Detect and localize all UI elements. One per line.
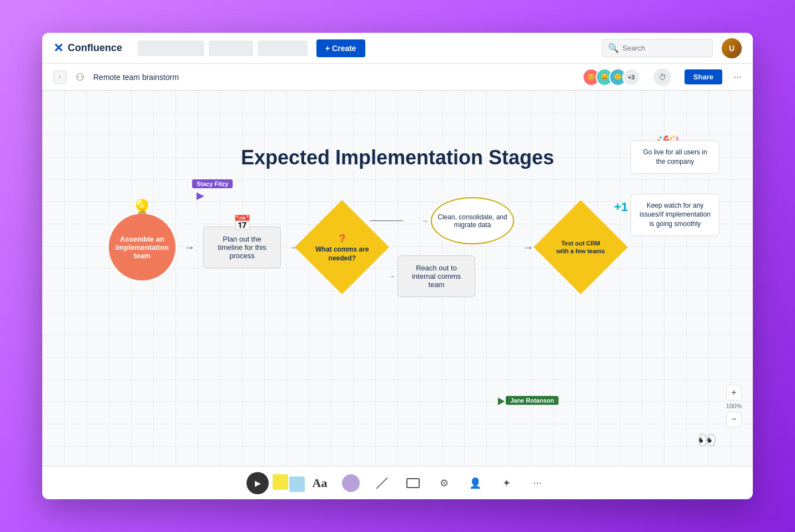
frame-button[interactable] <box>402 472 424 494</box>
collab-count[interactable]: +3 <box>622 68 640 86</box>
sticky-notes-icon <box>273 474 305 492</box>
watch-note: Keep watch for any issues/if implementat… <box>631 194 719 236</box>
assemble-text: Assemble an implementation team <box>115 235 169 260</box>
line-button[interactable] <box>371 472 393 494</box>
nav-pills <box>138 41 308 56</box>
diagram-button[interactable]: ⚙ <box>433 472 455 494</box>
logo: ✕ Confluence <box>53 41 122 56</box>
upper-fork: → Clean, consolidate, and migrate data <box>370 197 514 244</box>
plan-node-wrapper: 📅 Plan out the timeline for this process <box>203 227 281 268</box>
text-button[interactable]: Aa <box>309 472 331 494</box>
assemble-node: Assemble an implementation team <box>109 214 175 280</box>
nav-pill-3[interactable] <box>258 41 308 56</box>
bottom-toolbar: ▶ Aa ⚙ 👤 ✦ ··· <box>42 466 753 499</box>
diagram-icon: ⚙ <box>440 477 449 489</box>
test-diamond-text: Test out CRM with a few teams <box>556 239 606 255</box>
browser-window: ✕ Confluence + Create 🔍 U ‹ ⚇ Remote tea… <box>42 33 753 499</box>
play-icon: ▶ <box>255 479 261 488</box>
fork-arrow-down: → <box>370 273 398 280</box>
canvas-area[interactable]: Expected Implementation Stages Stacy Fit… <box>42 91 753 466</box>
secondary-nav: ‹ ⚇ Remote team brainstorm 😊 😄 🙂 +3 ⏱ Sh… <box>42 64 753 91</box>
collapse-button[interactable]: ‹ <box>53 71 67 84</box>
arrow-1: → <box>175 241 203 254</box>
collaborators: 😊 😄 🙂 +3 <box>582 68 640 86</box>
comms-text: ? What comms are needed? <box>309 229 375 265</box>
frame-icon <box>406 478 420 488</box>
user-avatar[interactable]: U <box>722 38 742 58</box>
jane-cursor-arrow <box>495 395 505 405</box>
sticky-notes-button[interactable] <box>278 472 300 494</box>
person-button[interactable]: 👤 <box>464 472 486 494</box>
cursor-jane: Jane Rotanson <box>496 396 558 405</box>
stacy-cursor-arrow: ▶ <box>197 189 204 202</box>
line-icon <box>376 477 388 489</box>
page-icon: ⚇ <box>76 71 84 83</box>
history-button[interactable]: ⏱ <box>653 68 671 86</box>
zoom-level: 100% <box>726 401 742 410</box>
star-button[interactable]: ✦ <box>495 472 517 494</box>
page-title: Remote team brainstorm <box>93 73 179 82</box>
person-icon: 👤 <box>469 477 481 489</box>
top-nav: ✕ Confluence + Create 🔍 U <box>42 33 753 64</box>
text-icon: Aa <box>313 476 328 490</box>
assemble-node-wrapper: 💡 Assemble an implementation team <box>109 214 175 280</box>
more-options-button[interactable]: ··· <box>733 71 742 83</box>
shape-circle-button[interactable] <box>340 472 362 494</box>
clean-oval: Clean, consolidate, and migrate data <box>431 197 514 244</box>
zoom-out-button[interactable]: − <box>726 411 742 427</box>
comms-diamond-wrapper: ? What comms are needed? <box>309 214 375 280</box>
reach-node: Reach out to internal comms team <box>398 255 475 297</box>
fork-section: → Clean, consolidate, and migrate data →… <box>370 197 514 297</box>
go-live-note: Go live for all users in the company <box>631 140 719 174</box>
nav-pill-1[interactable] <box>138 41 204 56</box>
search-bar: 🔍 <box>602 39 713 57</box>
zoom-in-button[interactable]: + <box>726 385 742 400</box>
calendar-icon: 📅 <box>233 214 251 232</box>
history-icon: ⏱ <box>658 73 666 82</box>
share-button[interactable]: Share <box>685 69 722 84</box>
circle-icon <box>342 474 360 492</box>
search-icon: 🔍 <box>608 43 619 53</box>
plus-one-emoji: +1 <box>614 200 628 214</box>
zoom-controls: + 100% − <box>726 385 742 427</box>
nav-pill-2[interactable] <box>209 41 253 56</box>
eyes-decoration: 👀 <box>697 431 717 449</box>
star-icon: ✦ <box>502 477 511 489</box>
logo-icon: ✕ <box>53 41 63 56</box>
toolbar-more-icon: ··· <box>533 477 541 489</box>
play-button[interactable]: ▶ <box>246 472 269 494</box>
create-button[interactable]: + Create <box>316 39 365 57</box>
fork-arrow-up: → <box>403 217 431 225</box>
lower-fork: → Reach out to internal comms team <box>370 255 514 297</box>
toolbar-more-button[interactable]: ··· <box>526 472 549 494</box>
jane-name-badge: Jane Rotanson <box>506 396 558 405</box>
cursor-stacy: Stacy Fitzy ▶ <box>192 179 233 202</box>
test-diamond-wrapper: Test out CRM with a few teams +1 <box>542 208 620 286</box>
stacy-name-badge: Stacy Fitzy <box>192 179 233 188</box>
plan-node: Plan out the timeline for this process <box>203 227 281 268</box>
plan-text: Plan out the timeline for this process <box>218 235 266 260</box>
search-input[interactable] <box>622 44 711 52</box>
app-name: Confluence <box>68 42 122 54</box>
right-notes: Go live for all users in the company Kee… <box>631 140 719 236</box>
